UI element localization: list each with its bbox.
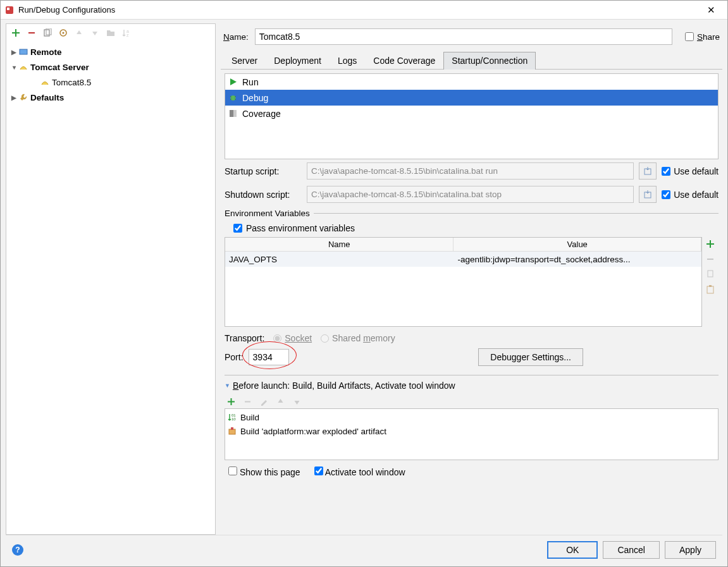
tab-code-coverage[interactable]: Code Coverage: [365, 52, 443, 70]
bl-add-button[interactable]: [226, 396, 236, 406]
env-var-name: JAVA_OPTS: [225, 252, 453, 267]
tree-node-tomcat85[interactable]: Tomcat8.5: [6, 75, 215, 90]
bl-up-button[interactable]: [275, 396, 285, 406]
shutdown-script-row: Shutdown script: Use default: [225, 183, 719, 206]
startup-script-label: Startup script:: [225, 166, 302, 176]
env-hdr-name: Name: [225, 238, 453, 251]
svg-rect-19: [229, 429, 235, 434]
svg-point-9: [231, 95, 236, 101]
run-mode-list: Run Debug Coverage: [225, 73, 719, 159]
before-launch-item[interactable]: Build 'adplatform:war exploded' artifact: [225, 424, 718, 438]
tree-label: Tomcat8.5: [52, 78, 91, 87]
chevron-right-icon: ▶: [10, 94, 18, 101]
svg-rect-20: [231, 427, 233, 430]
env-vars-table[interactable]: Name Value JAVA_OPTS -agentlib:jdwp=tran…: [225, 237, 702, 327]
dialog-body: az ▶ Remote ▾ Tomcat Server: [1, 20, 727, 566]
settings-icon[interactable]: [56, 26, 70, 40]
sort-button[interactable]: az: [120, 26, 133, 40]
env-copy-button[interactable]: [705, 269, 716, 280]
svg-point-5: [63, 32, 65, 34]
run-mode-run[interactable]: Run: [225, 74, 718, 90]
svg-rect-1: [7, 8, 9, 10]
bl-remove-button[interactable]: [242, 396, 252, 406]
debugger-settings-button[interactable]: Debugger Settings...: [478, 348, 583, 366]
tree-label: Defaults: [30, 93, 64, 102]
collapse-triangle-icon: ▼: [225, 382, 230, 389]
show-this-page[interactable]: Show this page: [228, 466, 300, 477]
build-icon: 0110: [228, 413, 237, 422]
before-launch-section: ▼ Before launch: Build, Build Artifacts,…: [225, 377, 719, 481]
transport-row: Transport: Socket Shared memory: [225, 327, 719, 346]
close-button[interactable]: ✕: [698, 4, 724, 16]
tab-deployment[interactable]: Deployment: [266, 52, 330, 70]
chevron-right-icon: ▶: [10, 49, 18, 56]
svg-rect-16: [709, 285, 712, 287]
shutdown-browse-button[interactable]: [639, 186, 657, 203]
share-checkbox-label[interactable]: Share: [685, 32, 720, 42]
before-launch-header[interactable]: ▼ Before launch: Build, Build Artifacts,…: [225, 381, 719, 394]
apply-button[interactable]: Apply: [665, 541, 716, 559]
tree-node-tomcat-server[interactable]: ▾ Tomcat Server: [6, 59, 215, 75]
tree-label: Remote: [30, 47, 62, 57]
tab-server[interactable]: Server: [223, 52, 266, 70]
transport-socket: Socket: [273, 333, 312, 343]
before-launch-item[interactable]: 0110 Build: [225, 410, 718, 424]
copy-config-button[interactable]: [40, 26, 54, 40]
window-title: Run/Debug Configurations: [18, 5, 698, 15]
dialog-footer: ? OK Cancel Apply: [6, 535, 722, 564]
port-input[interactable]: [249, 349, 289, 365]
startup-use-default[interactable]: Use default: [662, 166, 719, 176]
titlebar: Run/Debug Configurations ✕: [1, 1, 727, 20]
svg-text:z: z: [126, 33, 129, 37]
env-var-value: -agentlib:jdwp=transport=dt_socket,addre…: [453, 252, 701, 267]
before-launch-list[interactable]: 0110 Build Build 'adplatform:war explode…: [225, 408, 719, 460]
activate-tool-window-checkbox[interactable]: [314, 466, 323, 475]
bl-down-button[interactable]: [292, 396, 302, 406]
artifact-icon: [228, 427, 237, 436]
env-paste-button[interactable]: [705, 284, 716, 295]
ok-button[interactable]: OK: [547, 541, 598, 559]
move-down-button[interactable]: [88, 26, 102, 40]
show-this-page-checkbox[interactable]: [228, 466, 237, 475]
add-config-button[interactable]: [9, 26, 23, 40]
port-label: Port:: [225, 352, 244, 362]
name-input[interactable]: [255, 28, 672, 45]
tab-content: Run Debug Coverage Startup script:: [221, 70, 722, 535]
startup-use-default-checkbox[interactable]: [662, 167, 670, 176]
pass-env-vars-checkbox[interactable]: [233, 224, 242, 233]
env-remove-button[interactable]: [705, 253, 716, 265]
tree-node-defaults[interactable]: ▶ Defaults: [6, 90, 215, 105]
env-add-button[interactable]: [705, 238, 716, 250]
run-mode-coverage[interactable]: Coverage: [225, 106, 718, 121]
name-row: Name: Share: [221, 23, 722, 51]
shutdown-use-default-checkbox[interactable]: [662, 190, 670, 199]
share-checkbox[interactable]: [685, 32, 694, 41]
tab-startup-connection[interactable]: Startup/Connection: [443, 52, 536, 70]
dialog-window: Run/Debug Configurations ✕ az ▶: [0, 0, 728, 567]
shutdown-script-input: [307, 186, 634, 203]
bl-edit-button[interactable]: [259, 396, 269, 406]
activate-tool-window[interactable]: Activate tool window: [314, 466, 405, 477]
chevron-down-icon: ▾: [10, 64, 18, 71]
tree-node-remote[interactable]: ▶ Remote: [6, 44, 215, 59]
startup-browse-button[interactable]: [639, 162, 657, 180]
move-up-button[interactable]: [72, 26, 86, 40]
env-vars-toolbar: [702, 237, 719, 327]
cancel-button[interactable]: Cancel: [603, 541, 660, 559]
folder-button[interactable]: [104, 26, 118, 40]
play-icon: [229, 78, 237, 86]
app-icon: [4, 5, 15, 15]
run-mode-label: Coverage: [242, 109, 281, 119]
env-hdr-value: Value: [453, 238, 701, 251]
right-panel: Name: Share Server Deployment Logs Code …: [221, 23, 722, 535]
shutdown-use-default[interactable]: Use default: [662, 190, 719, 200]
run-mode-label: Debug: [242, 93, 268, 103]
main-area: az ▶ Remote ▾ Tomcat Server: [6, 23, 722, 535]
bl-item-label: Build: [240, 413, 259, 422]
remove-config-button[interactable]: [25, 26, 39, 40]
run-mode-debug[interactable]: Debug: [225, 90, 718, 106]
pass-env-vars[interactable]: Pass environment variables: [225, 219, 719, 237]
help-button[interactable]: ?: [12, 544, 23, 556]
tab-logs[interactable]: Logs: [330, 52, 365, 70]
env-var-row[interactable]: JAVA_OPTS -agentlib:jdwp=transport=dt_so…: [225, 252, 701, 267]
